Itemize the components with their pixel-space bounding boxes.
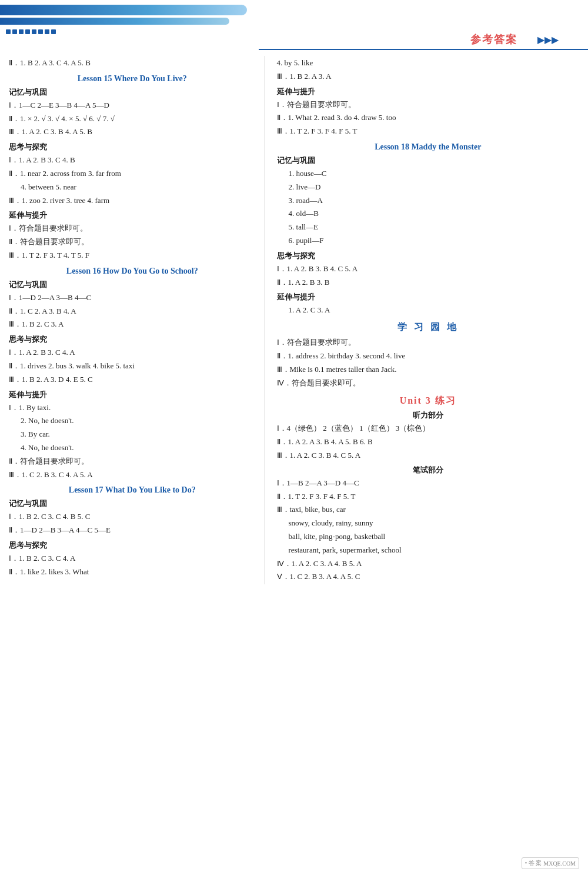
l16-s1-l3: Ⅲ．1. B 2. C 3. A <box>9 318 256 331</box>
header-line <box>259 49 588 50</box>
l18-s1-l4: 4. old—B <box>289 208 579 220</box>
bishi-l1: Ⅰ．1—B 2—A 3—D 4—C <box>277 477 579 490</box>
xuexi-title: 学 习 园 地 <box>277 321 579 334</box>
lesson17-title: Lesson 17 What Do You Like to Do? <box>9 485 256 495</box>
lesson15-sec3-title: 延伸与提升 <box>9 210 256 221</box>
lesson16-title: Lesson 16 How Do You Go to School? <box>9 267 256 276</box>
xuexi-l1: Ⅰ．符合题目要求即可。 <box>277 337 579 349</box>
l18-s1-l6: 6. pupil—F <box>289 235 579 247</box>
l15-s3-l1: Ⅰ．符合题目要求即可。 <box>9 222 256 235</box>
l16-s3-l5: Ⅱ．符合题目要求即可。 <box>9 455 256 468</box>
xuexi-l2: Ⅱ．1. address 2. birthday 3. second 4. li… <box>277 350 579 362</box>
main-content: Ⅱ．1. B 2. A 3. C 4. A 5. B Lesson 15 Whe… <box>0 53 588 587</box>
l15-s2-l4: Ⅲ．1. zoo 2. river 3. tree 4. farm <box>9 195 256 207</box>
l18-s1-l3: 3. road—A <box>289 195 579 207</box>
top-line-left: Ⅱ．1. B 2. A 3. C 4. A 5. B <box>9 57 256 69</box>
xuexi-l4: Ⅳ．符合题目要求即可。 <box>277 377 579 390</box>
l15-s3-l2: Ⅱ．符合题目要求即可。 <box>9 236 256 248</box>
l17-s1-l1: Ⅰ．1. B 2. C 3. C 4. B 5. C <box>9 511 256 523</box>
r-top-l2: Ⅲ．1. B 2. A 3. A <box>277 71 579 83</box>
l16-s3-l1: Ⅰ．1. By taxi. <box>9 402 256 414</box>
lesson17-sec1-title: 记忆与巩固 <box>9 498 256 509</box>
tingli-l2: Ⅱ．1. A 2. A 3. B 4. A 5. B 6. B <box>277 436 579 448</box>
lesson18-sec1-title: 记忆与巩固 <box>277 155 579 166</box>
l18-s3-l1: 1. A 2. C 3. A <box>289 304 579 317</box>
l16-s3-l4: 4. No, he doesn't. <box>21 442 256 454</box>
l18-s2-l2: Ⅱ．1. A 2. B 3. B <box>277 277 579 289</box>
l17-s1-l2: Ⅱ．1—D 2—B 3—A 4—C 5—E <box>9 524 256 537</box>
l16-s3-l2: 2. No, he doesn't. <box>21 415 256 427</box>
r-ys-l3: Ⅲ．1. T 2. F 3. F 4. F 5. T <box>277 125 579 138</box>
l18-s1-l5: 5. tall—E <box>289 221 579 234</box>
lesson15-title: Lesson 15 Where Do You Live? <box>9 74 256 84</box>
lesson16-sec1-title: 记忆与巩固 <box>9 280 256 290</box>
lesson18-sec3-title: 延伸与提升 <box>277 292 579 302</box>
unit3-title: Unit 3 练习 <box>277 395 579 407</box>
footer-text: • 答 案 <box>525 859 542 867</box>
xuexi-l3: Ⅲ．Mike is 0.1 metres taller than Jack. <box>277 364 579 376</box>
left-column: Ⅱ．1. B 2. A 3. C 4. A 5. B Lesson 15 Whe… <box>9 56 265 584</box>
l16-s1-l1: Ⅰ．1—D 2—A 3—B 4—C <box>9 292 256 304</box>
lesson15-sec2-title: 思考与探究 <box>9 142 256 152</box>
bishi-l7: Ⅳ．1. A 2. C 3. A 4. B 5. A <box>277 558 579 570</box>
l18-s2-l1: Ⅰ．1. A 2. B 3. B 4. C 5. A <box>277 263 579 275</box>
bishi-l3: Ⅲ．taxi, bike, bus, car <box>277 504 579 516</box>
l17-s2-l2: Ⅱ．1. like 2. likes 3. What <box>9 566 256 578</box>
lesson18-title: Lesson 18 Maddy the Monster <box>277 142 579 152</box>
r-top-l1: 4. by 5. like <box>277 57 579 69</box>
r-ys-l1: Ⅰ．符合题目要求即可。 <box>277 99 579 111</box>
bishi-title: 笔试部分 <box>277 465 579 475</box>
page-title: 参考答案 <box>470 32 517 46</box>
lesson16-sec3-title: 延伸与提升 <box>9 390 256 400</box>
bishi-l8: Ⅴ．1. C 2. B 3. A 4. A 5. C <box>277 571 579 583</box>
l15-s2-l3: 4. between 5. near <box>21 181 256 194</box>
lesson17-sec2-title: 思考与探究 <box>9 540 256 551</box>
tingli-title: 听力部分 <box>277 410 579 421</box>
r-yanshen-title: 延伸与提升 <box>277 86 579 97</box>
header-bar-bottom <box>0 18 229 25</box>
l15-s2-l1: Ⅰ．1. A 2. B 3. C 4. B <box>9 154 256 167</box>
bishi-l6: restaurant, park, supermarket, school <box>289 544 579 557</box>
l15-s3-l3: Ⅲ．1. T 2. F 3. T 4. T 5. F <box>9 249 256 262</box>
l15-s1-l2: Ⅱ．1. × 2. √ 3. √ 4. × 5. √ 6. √ 7. √ <box>9 113 256 125</box>
l16-s2-l2: Ⅱ．1. drives 2. bus 3. walk 4. bike 5. ta… <box>9 360 256 372</box>
tingli-l1: Ⅰ．4（绿色） 2（蓝色） 1（红色） 3（棕色） <box>277 422 579 435</box>
footer: • 答 案 MXQE.COM <box>522 857 579 869</box>
l16-s3-l6: Ⅲ．1. C 2. B 3. C 4. A 5. A <box>9 469 256 481</box>
r-ys-l2: Ⅱ．1. What 2. read 3. do 4. draw 5. too <box>277 112 579 124</box>
l18-s1-l1: 1. house—C <box>289 168 579 180</box>
lesson16-sec2-title: 思考与探究 <box>9 334 256 345</box>
l15-s1-l3: Ⅲ．1. A 2. C 3. B 4. A 5. B <box>9 126 256 138</box>
l16-s1-l2: Ⅱ．1. C 2. A 3. B 4. A <box>9 305 256 318</box>
bishi-l5: ball, kite, ping-pong, basketball <box>289 531 579 543</box>
l16-s2-l3: Ⅲ．1. B 2. A 3. D 4. E 5. C <box>9 374 256 386</box>
l17-s2-l1: Ⅰ．1. B 2. C 3. C 4. A <box>9 553 256 565</box>
l16-s3-l3: 3. By car. <box>21 428 256 441</box>
l15-s1-l1: Ⅰ．1—C 2—E 3—B 4—A 5—D <box>9 99 256 112</box>
header-dots <box>6 29 56 34</box>
footer-url: MXQE.COM <box>543 860 576 867</box>
bishi-l2: Ⅱ．1. T 2. F 3. F 4. F 5. T <box>277 491 579 503</box>
header-arrows: ▶▶▶ <box>537 34 559 45</box>
footer-badge: • 答 案 MXQE.COM <box>522 857 579 869</box>
lesson18-sec2-title: 思考与探究 <box>277 251 579 261</box>
l18-s1-l2: 2. live—D <box>289 181 579 194</box>
l16-s2-l1: Ⅰ．1. A 2. B 3. C 4. A <box>9 347 256 359</box>
tingli-l3: Ⅲ．1. A 2. C 3. B 4. C 5. A <box>277 450 579 462</box>
bishi-l4: snowy, cloudy, rainy, sunny <box>289 517 579 530</box>
page-header: 参考答案 ▶▶▶ <box>0 0 588 53</box>
header-bar-top <box>0 5 247 15</box>
lesson15-sec1-title: 记忆与巩固 <box>9 87 256 98</box>
l15-s2-l2: Ⅱ．1. near 2. across from 3. far from <box>9 168 256 180</box>
right-column: 4. by 5. like Ⅲ．1. B 2. A 3. A 延伸与提升 Ⅰ．符… <box>265 56 579 584</box>
